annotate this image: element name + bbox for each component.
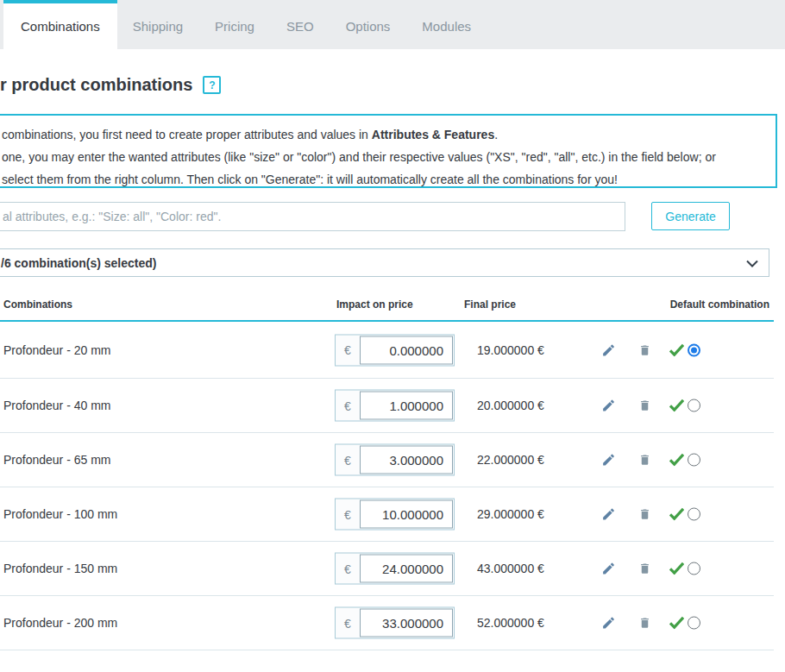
tab-pricing[interactable]: Pricing: [215, 0, 254, 49]
impact-on-price-input[interactable]: [360, 392, 453, 420]
default-combination-radio[interactable]: [688, 454, 700, 467]
currency-addon: €: [336, 335, 360, 365]
edit-pencil-icon[interactable]: [601, 616, 616, 631]
default-combination-radio[interactable]: [688, 399, 700, 412]
check-icon: [669, 508, 685, 521]
final-price-value: 43.000000 €: [477, 562, 544, 575]
attributes-input[interactable]: [0, 202, 625, 231]
tab-seo[interactable]: SEO: [286, 0, 314, 49]
tab-label: Pricing: [215, 19, 254, 34]
tab-shipping[interactable]: Shipping: [133, 0, 183, 49]
impact-on-price-input[interactable]: [360, 446, 453, 474]
combination-row-profondeur-100-mm: Profondeur - 100 mm € 29.000000 €: [0, 487, 774, 542]
tab-options[interactable]: Options: [346, 0, 391, 49]
impact-on-price-group: €: [335, 553, 455, 585]
check-icon: [669, 454, 685, 467]
check-icon: [669, 399, 685, 412]
tab-combinations[interactable]: Combinations: [3, 0, 117, 49]
combination-row-profondeur-40-mm: Profondeur - 40 mm € 20.000000 €: [0, 379, 774, 433]
trash-icon[interactable]: [638, 507, 651, 522]
check-icon: [669, 343, 685, 356]
combinations-table-body: Profondeur - 20 mm € 19.000000 €: [0, 322, 774, 650]
impact-on-price-input[interactable]: [360, 336, 453, 364]
combinations-table-header: Combinations Impact on price Final price…: [0, 298, 774, 316]
combination-name: Profondeur - 40 mm: [3, 399, 111, 412]
combination-row-profondeur-150-mm: Profondeur - 150 mm € 43.000000 €: [0, 542, 774, 596]
check-icon: [669, 562, 685, 575]
header-default-combination: Default combination: [670, 298, 769, 311]
info-line-2: one, you may enter the wanted attributes…: [2, 146, 767, 168]
impact-on-price-group: €: [335, 334, 455, 366]
tab-modules[interactable]: Modules: [422, 0, 471, 49]
tab-label: SEO: [286, 19, 314, 34]
trash-icon[interactable]: [638, 399, 651, 413]
final-price-value: 29.000000 €: [477, 507, 544, 521]
trash-icon[interactable]: [638, 616, 651, 631]
impact-on-price-input[interactable]: [360, 555, 453, 583]
final-price-value: 52.000000 €: [477, 616, 544, 630]
default-combination-radio[interactable]: [688, 343, 700, 356]
combination-row-profondeur-65-mm: Profondeur - 65 mm € 22.000000 €: [0, 433, 774, 487]
currency-addon: €: [336, 554, 360, 584]
currency-addon: €: [336, 608, 360, 638]
currency-addon: €: [336, 499, 360, 530]
final-price-value: 19.000000 €: [477, 343, 544, 357]
tab-label: Combinations: [21, 19, 100, 34]
check-icon: [669, 617, 685, 630]
currency-addon: €: [336, 391, 360, 421]
info-line-1: combinations, you first need to create p…: [2, 123, 767, 146]
combination-row-profondeur-20-mm: Profondeur - 20 mm € 19.000000 €: [0, 322, 774, 379]
selection-count-label: /6 combination(s) selected): [1, 256, 156, 270]
combination-name: Profondeur - 20 mm: [3, 343, 111, 357]
trash-icon[interactable]: [638, 342, 651, 357]
header-impact-on-price: Impact on price: [336, 298, 413, 311]
chevron-down-icon[interactable]: [746, 260, 758, 267]
page-title: r product combinations ?: [0, 75, 221, 95]
tab-label: Modules: [422, 19, 471, 34]
final-price-value: 20.000000 €: [477, 399, 544, 412]
impact-on-price-input[interactable]: [360, 500, 453, 529]
trash-icon[interactable]: [638, 453, 651, 468]
impact-on-price-group: €: [335, 499, 455, 531]
tab-label: Options: [346, 19, 391, 34]
info-line-3: select them from the right column. Then …: [2, 168, 767, 188]
tab-label: Shipping: [133, 19, 183, 34]
edit-pencil-icon[interactable]: [601, 399, 616, 413]
impact-on-price-group: €: [335, 390, 455, 422]
generate-button[interactable]: Generate: [651, 202, 730, 230]
currency-addon: €: [336, 445, 360, 475]
edit-pencil-icon[interactable]: [601, 562, 616, 576]
edit-pencil-icon[interactable]: [601, 453, 616, 468]
combination-name: Profondeur - 150 mm: [3, 562, 117, 575]
default-combination-radio[interactable]: [688, 617, 700, 630]
impact-on-price-input[interactable]: [360, 609, 453, 637]
combinations-info-box: combinations, you first need to create p…: [0, 114, 777, 188]
combination-row-profondeur-200-mm: Profondeur - 200 mm € 52.000000 €: [0, 596, 774, 650]
combination-name: Profondeur - 65 mm: [3, 453, 111, 467]
default-combination-radio[interactable]: [688, 562, 700, 575]
help-icon[interactable]: ?: [203, 76, 221, 94]
header-final-price: Final price: [464, 298, 516, 311]
trash-icon[interactable]: [638, 562, 651, 576]
product-page-tabbar: Combinations Shipping Pricing SEO Option…: [0, 0, 785, 49]
impact-on-price-group: €: [335, 444, 455, 476]
combinations-selection-bar[interactable]: /6 combination(s) selected): [0, 248, 769, 277]
combination-name: Profondeur - 200 mm: [3, 616, 117, 630]
edit-pencil-icon[interactable]: [601, 342, 616, 357]
page-title-text: r product combinations: [0, 75, 192, 95]
default-combination-radio[interactable]: [688, 508, 700, 521]
final-price-value: 22.000000 €: [477, 453, 544, 467]
product-combinations-screen: Combinations Shipping Pricing SEO Option…: [0, 0, 785, 672]
header-combinations: Combinations: [3, 298, 72, 311]
edit-pencil-icon[interactable]: [601, 507, 616, 522]
impact-on-price-group: €: [335, 607, 455, 639]
combination-name: Profondeur - 100 mm: [3, 507, 117, 521]
